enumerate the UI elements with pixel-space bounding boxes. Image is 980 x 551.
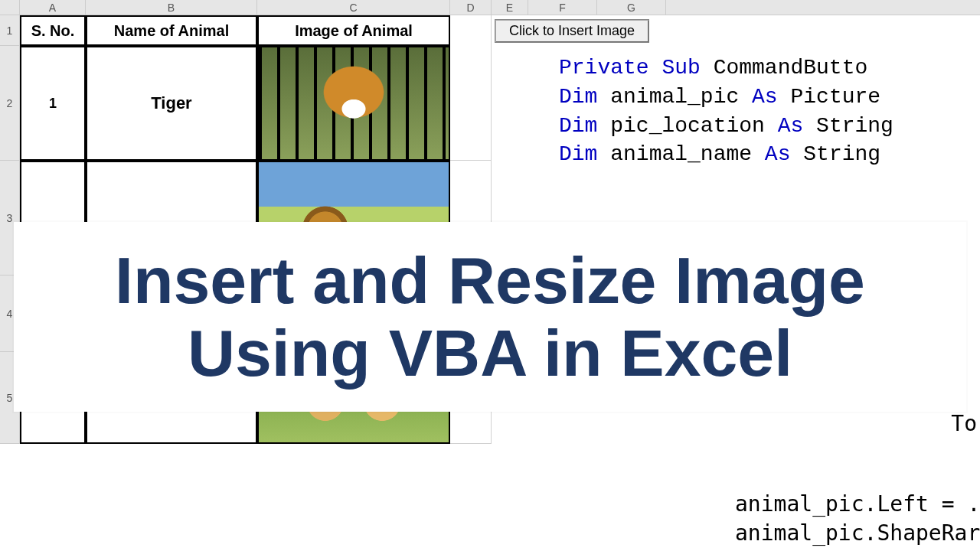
code-line-4: Dim animal_name As String [559, 140, 980, 169]
row-1: 1 S. No. Name of Animal Image of Animal … [0, 15, 980, 46]
header-image[interactable]: Image of Animal [257, 15, 450, 46]
header-name[interactable]: Name of Animal [86, 15, 257, 46]
code-line-1: Private Sub CommandButto [559, 54, 980, 83]
header-sno[interactable]: S. No. [20, 15, 86, 46]
col-header-f[interactable]: F [528, 0, 597, 15]
select-all-corner[interactable] [0, 0, 20, 15]
cell-c2-tiger-image[interactable] [257, 46, 450, 161]
row-header-1[interactable]: 1 [0, 15, 20, 46]
title-overlay: Insert and Resize Image Using VBA in Exc… [14, 222, 966, 412]
tiger-image [259, 47, 449, 159]
col-header-d[interactable]: D [450, 0, 492, 15]
code-line-2: Dim animal_pic As Picture [559, 83, 980, 112]
title-line-1: Insert and Resize Image [115, 244, 865, 317]
vba-code-pane: Private Sub CommandButto Dim animal_pic … [559, 54, 980, 169]
vba-code-bottom: animal_pic.Left = .Lef animal_pic.ShapeR… [704, 490, 980, 548]
cell-b2[interactable]: Tiger [86, 46, 257, 161]
col-header-a[interactable]: A [20, 0, 86, 15]
cell-d2[interactable] [450, 46, 492, 161]
row-header-2[interactable]: 2 [0, 46, 20, 161]
code-frag-7: animal_pic.ShapeRar [704, 519, 980, 548]
code-frag-5: To [916, 409, 980, 439]
column-headers: A B C D E F G [0, 0, 980, 15]
col-header-b[interactable]: B [86, 0, 257, 15]
cell-a2[interactable]: 1 [20, 46, 86, 161]
code-line-3: Dim pic_location As String [559, 112, 980, 141]
col-header-g[interactable]: G [597, 0, 666, 15]
code-frag-6: animal_pic.Left = .Lef [704, 490, 980, 519]
col-header-e[interactable]: E [492, 0, 528, 15]
insert-image-button[interactable]: Click to Insert Image [495, 19, 649, 43]
cell-d1[interactable] [450, 15, 492, 46]
col-header-c[interactable]: C [257, 0, 450, 15]
title-line-2: Using VBA in Excel [188, 317, 792, 390]
